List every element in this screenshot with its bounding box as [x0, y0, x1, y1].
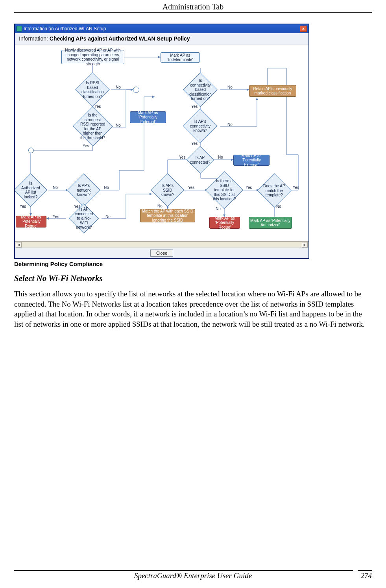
- running-head: Administration Tab: [14, 0, 372, 11]
- node-tmpl-exists: Is there a SSID template for this SSID a…: [205, 171, 243, 209]
- figure: Information on Authorized WLAN Setup × I…: [14, 24, 372, 267]
- edge-label-yes: Yes: [94, 104, 101, 109]
- edge-label-no: No: [227, 122, 233, 127]
- node-nowifi: Is AP connected to a No-WiFi network?: [69, 203, 99, 233]
- node-retain-classification: Retain AP's previously marked classifica…: [249, 85, 296, 97]
- page-footer: SpectraGuard® Enterprise User Guide 274: [14, 570, 372, 580]
- edge-label-yes: Yes: [20, 204, 26, 209]
- close-button[interactable]: Close: [150, 250, 173, 257]
- edge-label-no: No: [116, 123, 121, 128]
- edge-label-yes: Yes: [83, 144, 89, 148]
- section-heading: Select No Wi-Fi Networks: [14, 274, 372, 283]
- edge-label-yes: Yes: [191, 141, 198, 146]
- edge-label-yes: Yes: [246, 185, 252, 190]
- node-rssi-threshold: Is the strongest RSSI reported for the A…: [73, 106, 113, 146]
- node-net-known: Is AP's network known?: [67, 174, 101, 207]
- edge-label-no: No: [157, 204, 163, 208]
- flowchart: Newly discovered AP or AP with changed o…: [15, 44, 308, 241]
- app-icon: [17, 26, 22, 31]
- node-rssi-on: Is RSSI based classification turned on?: [75, 72, 110, 107]
- scroll-right-icon[interactable]: ►: [302, 242, 308, 248]
- node-pot-ext-1: Mark AP as 'Potentially External': [130, 111, 166, 123]
- edge-label-no: No: [53, 185, 58, 190]
- footer-rule-short: [358, 570, 372, 571]
- node-new-ap: Newly discovered AP or AP with changed o…: [61, 50, 124, 64]
- footer-rule: [14, 570, 353, 571]
- info-bold: Checking APs against Authorized WLAN Set…: [50, 35, 190, 42]
- edge-label-no: No: [276, 204, 281, 209]
- info-label: Information:: [19, 35, 48, 42]
- node-match-tmpl: Does the AP match the template?: [257, 173, 292, 208]
- edge-label-yes: Yes: [293, 185, 299, 190]
- node-mark-authorized: Mark AP as 'Potentially Authorized': [249, 217, 292, 229]
- node-mark-indeterminate: Mark AP as 'Indeterminate': [161, 52, 200, 63]
- node-conn-on: Is connectivity based classification tur…: [183, 72, 218, 107]
- edge-label-yes: Yes: [179, 155, 185, 159]
- edge-label-yes: Yes: [191, 104, 198, 109]
- dialog-titlebar: Information on Authorized WLAN Setup ×: [15, 24, 308, 33]
- edge-label-no: No: [116, 85, 121, 89]
- dialog-title: Information on Authorized WLAN Setup: [24, 26, 300, 31]
- dialog-window: Information on Authorized WLAN Setup × I…: [14, 24, 309, 259]
- close-icon[interactable]: ×: [300, 26, 307, 32]
- connector-circle-2: [28, 148, 34, 153]
- node-conn-known: Is AP's connectivity known?: [183, 109, 218, 143]
- edge-label-no: No: [227, 85, 233, 89]
- body-paragraph: This section allows you to specify the l…: [14, 289, 372, 329]
- node-mark-rogue-2: Mark AP as 'Potentially Rogue': [209, 217, 240, 229]
- edge-label-no: No: [105, 214, 111, 219]
- edge-label-no: No: [218, 155, 223, 159]
- figure-caption: Determining Policy Compliance: [14, 261, 372, 267]
- node-pot-ext-2: Mark AP as 'Potentially External': [233, 155, 270, 166]
- edge-label-yes: Yes: [53, 214, 59, 219]
- node-ap-connected: Is AP connected?: [187, 146, 214, 174]
- footer-title: SpectraGuard® Enterprise User Guide: [14, 571, 372, 580]
- node-ssid-known: Is AP's SSID known?: [151, 174, 185, 207]
- scrollbar-horizontal[interactable]: ◄ ►: [15, 241, 308, 248]
- edge-label-yes: Yes: [188, 185, 194, 190]
- node-mark-rogue-1: Mark AP as 'Potentially Rogue': [16, 216, 46, 227]
- dialog-button-row: Close: [15, 248, 308, 258]
- node-match-each-ssid: Match the AP with each SSID template at …: [140, 209, 195, 222]
- node-auth-locked: Is Authorized AP list locked?: [15, 174, 47, 207]
- scroll-left-icon[interactable]: ◄: [16, 242, 22, 248]
- connector-circle: [133, 87, 139, 93]
- dialog-info-bar: Information: Checking APs against Author…: [15, 33, 308, 44]
- edge-label-no: No: [104, 185, 109, 190]
- edge-label-no: No: [216, 207, 221, 211]
